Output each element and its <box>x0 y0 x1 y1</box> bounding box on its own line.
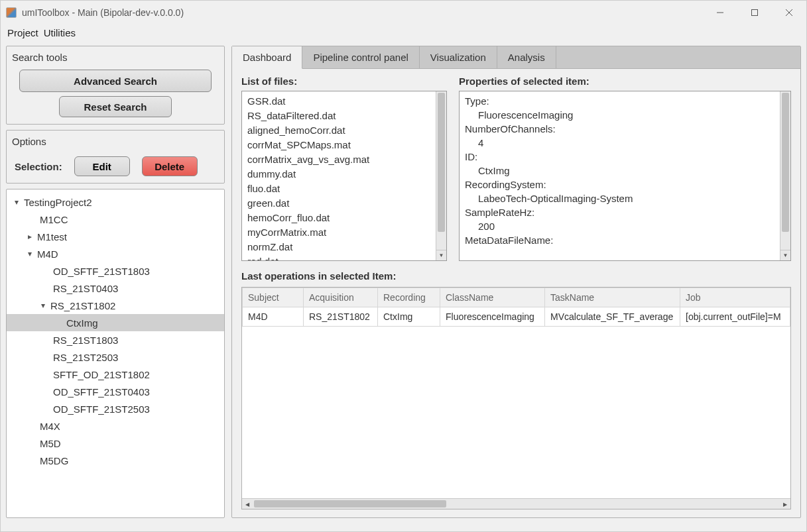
col-subject[interactable]: Subject <box>243 288 304 307</box>
delete-button[interactable]: Delete <box>142 156 198 176</box>
prop-value: 200 <box>465 219 775 233</box>
tree-item-label: RS_21ST1802 <box>48 300 115 311</box>
selection-label: Selection: <box>15 161 62 172</box>
scrollbar[interactable] <box>436 91 446 250</box>
advanced-search-button[interactable]: Advanced Search <box>19 70 212 92</box>
scroll-left-icon[interactable]: ◀ <box>242 499 253 509</box>
menubar: Project Utilities <box>1 25 806 40</box>
prop-label: NumberOfChannels: <box>465 122 775 136</box>
tree-item[interactable]: ▾RS_21ST1802 <box>7 297 224 314</box>
chevron-right-icon: ▸ <box>25 232 34 241</box>
col-taskname[interactable]: TaskName <box>545 288 680 307</box>
tree-item[interactable]: M5D <box>7 435 224 452</box>
chevron-down-icon: ▾ <box>12 197 21 207</box>
file-item[interactable]: RS_dataFiltered.dat <box>247 109 430 123</box>
minimize-button[interactable] <box>703 1 737 25</box>
file-item[interactable]: dummy.dat <box>247 167 430 182</box>
app-window: umIToolbox - Main (Bipolar-dev-v.0.0.0) … <box>0 0 807 532</box>
col-acquisition[interactable]: Acquisition <box>304 288 378 307</box>
tree-item-label: M4D <box>34 248 58 260</box>
tree-item[interactable]: ▸M1test <box>7 228 224 245</box>
file-item[interactable]: corrMat_SPCMaps.mat <box>247 138 430 152</box>
scroll-down-icon[interactable]: ▼ <box>436 250 446 260</box>
tree-root[interactable]: ▾ TestingProject2 <box>7 193 224 211</box>
chevron-down-icon: ▾ <box>38 301 48 310</box>
reset-search-button[interactable]: Reset Search <box>59 96 172 117</box>
tree-item-label: M1CC <box>37 214 68 225</box>
tree-item[interactable]: M5DG <box>7 452 224 469</box>
tree-item[interactable]: ▾M4D <box>7 245 224 262</box>
close-button[interactable] <box>772 1 806 25</box>
scrollbar-thumb[interactable] <box>438 93 445 232</box>
file-item[interactable]: aligned_hemoCorr.dat <box>247 123 430 138</box>
props-title: Properties of selected item: <box>459 76 791 87</box>
maximize-button[interactable] <box>737 1 772 25</box>
prop-label: ID: <box>465 150 775 164</box>
tree-item-label: OD_SFTF_21ST2503 <box>50 403 150 415</box>
tree-item-label: M4X <box>37 421 60 432</box>
operations-table: Subject Acquisition Recording ClassName … <box>241 287 791 509</box>
tab-bar: Dashboard Pipeline control panel Visuali… <box>232 46 800 69</box>
tree-item-label: M1test <box>34 231 67 242</box>
svg-rect-1 <box>752 10 758 16</box>
tab-visualization[interactable]: Visualization <box>420 46 497 68</box>
prop-value: 4 <box>465 136 775 150</box>
tab-dashboard[interactable]: Dashboard <box>232 46 302 69</box>
file-item[interactable]: myCorrMatrix.mat <box>247 225 430 240</box>
scroll-right-icon[interactable]: ▶ <box>780 499 790 509</box>
tree-item[interactable]: M1CC <box>7 211 224 228</box>
file-item[interactable]: hemoCorr_fluo.dat <box>247 211 430 225</box>
tree-item-label: CtxImg <box>64 317 98 329</box>
scrollbar-thumb[interactable] <box>254 500 446 507</box>
prop-label: SampleRateHz: <box>465 205 775 219</box>
menu-utilities[interactable]: Utilities <box>44 27 76 38</box>
col-job[interactable]: Job <box>680 288 790 307</box>
tab-analysis[interactable]: Analysis <box>497 46 556 68</box>
chevron-down-icon: ▾ <box>25 249 34 258</box>
file-item[interactable]: normZ.dat <box>247 240 430 254</box>
tree-item[interactable]: SFTF_OD_21ST1802 <box>7 366 224 383</box>
search-tools-title: Search tools <box>12 50 219 64</box>
prop-label: RecordingSystem: <box>465 178 775 191</box>
prop-value: LabeoTech-OpticalImaging-System <box>465 191 775 205</box>
tree-item-label: SFTF_OD_21ST1802 <box>50 369 150 380</box>
tree-item-label: RS_21ST1803 <box>50 335 118 346</box>
scroll-down-icon[interactable]: ▼ <box>780 250 790 260</box>
col-classname[interactable]: ClassName <box>440 288 545 307</box>
tree-item-label: RS_21ST2503 <box>50 352 118 363</box>
edit-button[interactable]: Edit <box>74 156 130 176</box>
tree-item-label: M5D <box>37 438 61 449</box>
file-item[interactable]: corrMatrix_avg_vs_avg.mat <box>247 152 430 167</box>
tree-item[interactable]: CtxImg <box>7 314 224 331</box>
options-panel: Options Selection: Edit Delete <box>6 130 225 184</box>
ops-title: Last operations in selected Item: <box>241 270 791 282</box>
prop-label: Type: <box>465 94 775 108</box>
table-row[interactable]: M4D RS_21ST1802 CtxImg FluorescenceImagi… <box>243 307 790 327</box>
tree-item[interactable]: OD_SFTF_21ST2503 <box>7 400 224 417</box>
file-item[interactable]: fluo.dat <box>247 182 430 196</box>
file-item[interactable]: red.dat <box>247 254 430 260</box>
project-tree[interactable]: ▾ TestingProject2 M1CC▸M1test▾M4DOD_SFTF… <box>6 189 225 518</box>
tree-item-label: RS_21ST0403 <box>50 283 118 294</box>
files-listbox[interactable]: GSR.datRS_dataFiltered.dataligned_hemoCo… <box>241 91 447 261</box>
tree-item[interactable]: RS_21ST1803 <box>7 331 224 348</box>
scrollbar-thumb[interactable] <box>782 93 789 232</box>
prop-value: CtxImg <box>465 164 775 178</box>
properties-box[interactable]: Type: FluorescenceImaging NumberOfChanne… <box>459 91 791 261</box>
file-item[interactable]: green.dat <box>247 196 430 211</box>
horizontal-scrollbar[interactable]: ◀ ▶ <box>242 498 790 509</box>
menu-project[interactable]: Project <box>7 27 38 38</box>
tab-pipeline[interactable]: Pipeline control panel <box>302 46 419 68</box>
col-recording[interactable]: Recording <box>378 288 440 307</box>
tree-item[interactable]: RS_21ST0403 <box>7 280 224 297</box>
tree-item-label: OD_SFTF_21ST1803 <box>50 266 150 277</box>
scrollbar[interactable] <box>780 91 790 250</box>
tree-item[interactable]: OD_SFTF_21ST0403 <box>7 383 224 400</box>
prop-value: FluorescenceImaging <box>465 108 775 122</box>
tree-item[interactable]: OD_SFTF_21ST1803 <box>7 262 224 280</box>
tree-item[interactable]: M4X <box>7 417 224 435</box>
tree-item[interactable]: RS_21ST2503 <box>7 348 224 366</box>
file-item[interactable]: GSR.dat <box>247 94 430 109</box>
titlebar: umIToolbox - Main (Bipolar-dev-v.0.0.0) <box>1 1 806 25</box>
tree-item-label: OD_SFTF_21ST0403 <box>50 386 150 398</box>
